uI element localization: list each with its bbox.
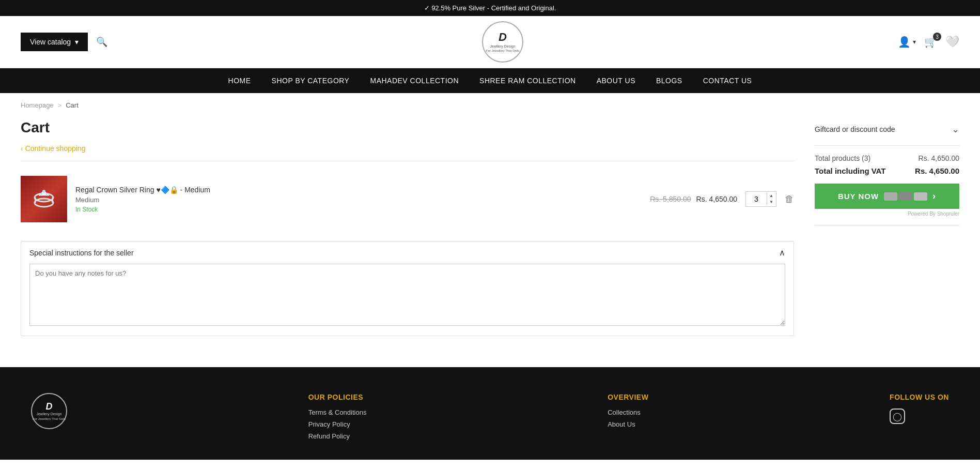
svg-point-7: [45, 193, 48, 195]
total-products-row: Total products (3) Rs. 4,650.00: [815, 154, 959, 162]
nav-shop-by-category[interactable]: SHOP BY CATEGORY: [272, 68, 350, 93]
buy-now-button[interactable]: BUY NOW ›: [815, 184, 959, 209]
main-nav: HOME SHOP BY CATEGORY MAHADEV COLLECTION…: [0, 68, 980, 93]
page-content: Cart ‹ Continue shopping R: [0, 109, 980, 367]
powered-by: Powered By Shopruler: [815, 211, 959, 217]
svg-point-5: [42, 190, 45, 193]
logo-text: Jewllery DesignFor Jewellery That Sells: [486, 44, 519, 53]
cart-item-pricing: Rs. 5,850.00 Rs. 4,650.00: [650, 195, 737, 203]
search-icon: 🔍: [96, 37, 107, 47]
svg-rect-2: [35, 198, 36, 203]
footer-social-heading: FOLLOW US ON: [890, 393, 949, 401]
page-title: Cart: [21, 119, 794, 136]
cart-sidebar: Giftcard or discount code ⌄ Total produc…: [815, 119, 959, 336]
buy-now-label: BUY NOW: [838, 192, 879, 201]
notes-textarea[interactable]: [29, 264, 785, 326]
breadcrumb-separator: >: [58, 101, 62, 109]
breadcrumb-home[interactable]: Homepage: [21, 101, 54, 109]
footer-privacy-link[interactable]: Privacy Policy: [308, 420, 367, 428]
catalog-chevron-icon: ▾: [75, 38, 79, 46]
total-vat-value: Rs. 4,650.00: [915, 167, 959, 175]
nav-shree-ram-collection[interactable]: SHREE RAM COLLECTION: [479, 68, 576, 93]
quantity-arrows: ▲ ▼: [767, 193, 775, 205]
heart-icon: 🤍: [945, 35, 959, 48]
account-chevron-icon: ▾: [913, 38, 916, 46]
continue-shopping-link[interactable]: ‹ Continue shopping: [21, 144, 85, 153]
delete-item-button[interactable]: 🗑: [785, 194, 794, 205]
cart-item-variant: Medium: [75, 196, 642, 204]
cart-badge: 3: [933, 33, 941, 41]
instagram-icon: ◯: [893, 412, 902, 421]
footer-overview-heading: OVERVIEW: [608, 393, 648, 401]
account-button[interactable]: 👤 ▾: [898, 36, 916, 48]
ring-image-svg: [31, 186, 57, 212]
quantity-input[interactable]: [746, 192, 767, 206]
sidebar-divider: [815, 225, 959, 225]
breadcrumb-current: Cart: [66, 101, 79, 109]
total-products-label: Total products (3): [815, 154, 870, 162]
footer-logo-d: D: [46, 401, 53, 413]
footer: D Jewllery DesignFor Jewellery That Sell…: [0, 367, 980, 460]
payment-icon-3: [914, 192, 927, 201]
discount-code-label: Giftcard or discount code: [815, 125, 895, 133]
total-products-value: Rs. 4,650.00: [919, 154, 959, 162]
footer-social-col: FOLLOW US ON ◯: [890, 393, 949, 424]
cart-item-status: In Stock: [75, 206, 642, 213]
discount-code-section: Giftcard or discount code ⌄: [815, 119, 959, 146]
back-arrow-icon: ‹: [21, 144, 23, 153]
quantity-up-button[interactable]: ▲: [767, 193, 775, 199]
special-instructions-label: Special instructions for the seller: [29, 249, 134, 257]
cart-divider: [21, 161, 794, 161]
footer-overview-col: OVERVIEW Collections About Us: [608, 393, 648, 432]
nav-home[interactable]: HOME: [228, 68, 251, 93]
special-instructions-body: [21, 264, 794, 336]
top-banner: ✓ 92.5% Pure Silver - Certified and Orig…: [0, 0, 980, 16]
trash-icon: 🗑: [785, 194, 794, 204]
header-left: View catalog ▾ 🔍: [21, 33, 107, 51]
payment-icon-2: [899, 192, 912, 201]
footer-refund-link[interactable]: Refund Policy: [308, 432, 367, 440]
footer-terms-link[interactable]: Terms & Conditions: [308, 409, 367, 416]
account-icon: 👤: [898, 36, 911, 48]
sale-price: Rs. 4,650.00: [696, 195, 737, 203]
search-button[interactable]: 🔍: [96, 36, 107, 48]
footer-policies-col: OUR POLICIES Terms & Conditions Privacy …: [308, 393, 367, 444]
payment-icons: [884, 192, 927, 201]
continue-shopping-label: Continue shopping: [25, 144, 86, 153]
footer-logo-area: D Jewllery DesignFor Jewellery That Sell…: [31, 393, 67, 433]
nav-blogs[interactable]: BLOGS: [656, 68, 682, 93]
product-image: [21, 176, 67, 222]
total-vat-row: Total including VAT Rs. 4,650.00: [815, 167, 959, 175]
cart-item-details: Regal Crown Silver Ring ♥🔷🔒 - Medium Med…: [75, 186, 642, 213]
cart-item: Regal Crown Silver Ring ♥🔷🔒 - Medium Med…: [21, 170, 794, 229]
footer-policies-heading: OUR POLICIES: [308, 393, 367, 401]
discount-code-header[interactable]: Giftcard or discount code ⌄: [815, 119, 959, 139]
footer-inner: D Jewllery DesignFor Jewellery That Sell…: [31, 393, 949, 444]
discount-chevron-icon: ⌄: [952, 124, 959, 135]
collapse-icon: ∧: [779, 248, 785, 258]
nav-mahadev-collection[interactable]: MAHADEV COLLECTION: [370, 68, 459, 93]
logo: D Jewllery DesignFor Jewellery That Sell…: [482, 21, 523, 63]
footer-about-link[interactable]: About Us: [608, 420, 648, 428]
footer-logo-text: Jewllery DesignFor Jewellery That Sells: [33, 412, 66, 421]
breadcrumb: Homepage > Cart: [0, 93, 980, 109]
buy-now-arrow-icon: ›: [932, 191, 936, 202]
nav-about-us[interactable]: ABOUT US: [597, 68, 635, 93]
cart-button[interactable]: 🛒 3: [924, 36, 937, 48]
footer-collections-link[interactable]: Collections: [608, 409, 648, 416]
svg-point-6: [40, 193, 42, 195]
footer-logo: D Jewllery DesignFor Jewellery That Sell…: [31, 393, 67, 429]
total-vat-label: Total including VAT: [815, 167, 885, 175]
instagram-button[interactable]: ◯: [890, 409, 905, 424]
quantity-input-wrap: ▲ ▼: [745, 191, 776, 207]
payment-icon-1: [884, 192, 897, 201]
cart-main: Cart ‹ Continue shopping R: [21, 119, 794, 336]
special-instructions-header[interactable]: Special instructions for the seller ∧: [21, 241, 794, 264]
nav-contact-us[interactable]: CONTACT US: [703, 68, 752, 93]
original-price: Rs. 5,850.00: [650, 195, 691, 203]
cart-item-name: Regal Crown Silver Ring ♥🔷🔒 - Medium: [75, 186, 642, 194]
wishlist-button[interactable]: 🤍: [945, 35, 959, 49]
view-catalog-button[interactable]: View catalog ▾: [21, 33, 88, 51]
quantity-down-button[interactable]: ▼: [767, 199, 775, 205]
special-instructions-section: Special instructions for the seller ∧: [21, 241, 794, 336]
